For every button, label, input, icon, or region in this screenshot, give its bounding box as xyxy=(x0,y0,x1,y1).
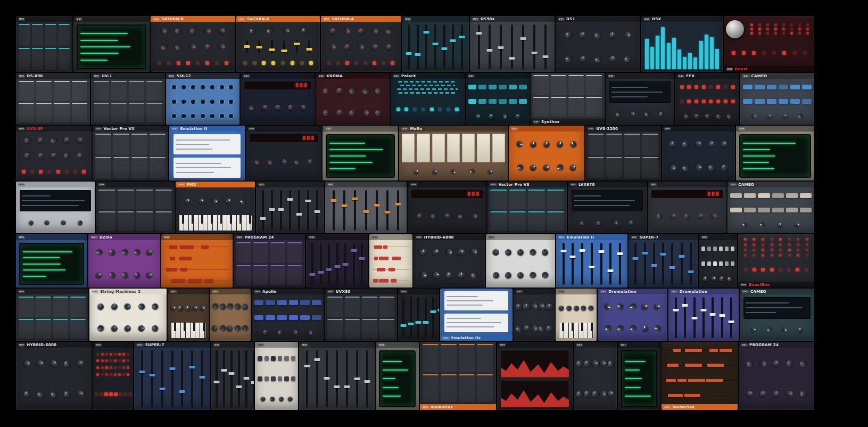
pad-button[interactable] xyxy=(258,376,262,381)
fader[interactable] xyxy=(306,350,308,407)
pad-button[interactable] xyxy=(519,99,527,104)
knob-icon[interactable] xyxy=(492,249,500,257)
knob-icon[interactable] xyxy=(773,360,780,367)
step-light-icon[interactable] xyxy=(291,61,294,65)
knob-icon[interactable] xyxy=(695,164,702,171)
knob-icon[interactable] xyxy=(198,198,205,205)
patch-jack[interactable] xyxy=(181,100,186,104)
patch-jack[interactable] xyxy=(181,114,186,118)
plugin-tile-untitled-2-3[interactable]: UVI 888 xyxy=(246,126,321,180)
knob-icon[interactable] xyxy=(357,43,365,51)
plugin-tile-ds90s[interactable]: UVI DS90s xyxy=(470,16,555,72)
pad-button[interactable] xyxy=(519,85,527,89)
knob-icon[interactable] xyxy=(629,302,637,311)
fader[interactable] xyxy=(230,350,233,407)
piano-keys[interactable] xyxy=(559,323,593,338)
fader[interactable] xyxy=(452,24,454,69)
step-light-icon[interactable] xyxy=(724,85,728,89)
plugin-tile-untitled-4-0[interactable]: UVI xyxy=(16,234,87,288)
knob-icon[interactable] xyxy=(63,359,72,368)
step-light-icon[interactable] xyxy=(716,100,720,103)
fader[interactable] xyxy=(522,24,524,69)
plugin-tile-synthox[interactable]: UVI Synthox xyxy=(531,73,605,125)
knob-icon[interactable] xyxy=(336,109,343,116)
fader[interactable] xyxy=(333,190,335,231)
fader[interactable] xyxy=(343,190,345,231)
fader[interactable] xyxy=(417,297,419,338)
seq-block[interactable] xyxy=(204,279,213,282)
plugin-tile-untitled-4-10[interactable]: UVI xyxy=(699,234,737,288)
pad-button[interactable] xyxy=(468,99,476,104)
pad-button[interactable] xyxy=(478,85,486,89)
plugin-tile-vector-pro-vx[interactable]: UVI Vector Pro VX xyxy=(93,126,168,180)
knob-icon[interactable] xyxy=(568,163,577,173)
knob-icon[interactable] xyxy=(269,396,276,403)
fader[interactable] xyxy=(600,243,602,285)
knob-icon[interactable] xyxy=(475,113,481,119)
knob-icon[interactable] xyxy=(745,389,754,398)
knob-icon[interactable] xyxy=(759,223,764,227)
step-light-icon[interactable] xyxy=(167,61,171,65)
step-light-icon[interactable] xyxy=(680,100,684,103)
seq-block[interactable] xyxy=(673,349,681,352)
plugin-tile-super-7[interactable]: UVI SUPER-7 xyxy=(629,234,698,288)
large-knob-icon[interactable] xyxy=(726,20,744,38)
knob-icon[interactable] xyxy=(492,271,500,280)
plugin-tile-untitled-3-4[interactable]: UVI xyxy=(325,182,407,233)
patch-jack[interactable] xyxy=(229,114,233,118)
plugin-tile-cameo[interactable]: UVI CAMEO xyxy=(740,73,814,125)
step-light-icon[interactable] xyxy=(309,61,313,65)
pad-button[interactable] xyxy=(743,85,753,89)
step-light-icon[interactable] xyxy=(447,108,450,111)
plugin-tile-emulation-ii[interactable]: UVI Emulation II xyxy=(169,126,245,180)
knob-icon[interactable] xyxy=(799,360,807,367)
step-light-icon[interactable] xyxy=(300,61,304,65)
knob-icon[interactable] xyxy=(615,111,622,117)
seq-block[interactable] xyxy=(377,268,385,271)
fader[interactable] xyxy=(253,350,254,407)
pad-button[interactable] xyxy=(278,376,282,381)
knob-icon[interactable] xyxy=(348,108,357,117)
knob-icon[interactable] xyxy=(580,220,585,225)
fader[interactable] xyxy=(591,243,593,285)
fader[interactable] xyxy=(353,243,355,285)
knob-icon[interactable] xyxy=(538,302,546,311)
step-light-icon[interactable] xyxy=(95,392,98,396)
plugin-tile-uvs-3200[interactable]: UVI UVS-3200 xyxy=(585,126,661,180)
knob-icon[interactable] xyxy=(226,302,234,311)
plugin-tile-cameo[interactable]: UVI CAMEO xyxy=(728,182,814,233)
knob-icon[interactable] xyxy=(564,30,573,39)
pad-button[interactable] xyxy=(258,356,262,361)
pad-button[interactable] xyxy=(291,376,295,381)
step-light-icon[interactable] xyxy=(128,392,132,396)
knob-icon[interactable] xyxy=(799,389,808,398)
pad-button[interactable] xyxy=(254,300,264,305)
pad-button[interactable] xyxy=(786,193,798,198)
step-light-icon[interactable] xyxy=(731,85,735,89)
plugin-tile-untitled-5-8[interactable]: UVI xyxy=(514,289,555,341)
knob-icon[interactable] xyxy=(385,27,393,35)
pad-button[interactable] xyxy=(312,300,321,305)
plugin-tile-vector-pro-vs[interactable]: UVI Vector Pro VS xyxy=(487,182,566,233)
fader[interactable] xyxy=(408,24,410,69)
seq-block[interactable] xyxy=(180,245,194,249)
knob-icon[interactable] xyxy=(284,28,290,34)
knob-icon[interactable] xyxy=(445,272,453,279)
knob-icon[interactable] xyxy=(361,109,369,117)
fader[interactable] xyxy=(702,297,705,338)
step-light-icon[interactable] xyxy=(732,51,735,55)
knob-icon[interactable] xyxy=(759,390,767,398)
seq-block[interactable] xyxy=(667,364,679,367)
knob-icon[interactable] xyxy=(137,302,146,311)
step-light-icon[interactable] xyxy=(119,392,122,396)
knob-icon[interactable] xyxy=(330,28,336,34)
pad-button[interactable] xyxy=(499,85,507,89)
fader[interactable] xyxy=(712,297,714,338)
knob-icon[interactable] xyxy=(76,136,84,144)
plugin-tile-untitled-3-5[interactable]: UVI 888 xyxy=(408,182,486,233)
knob-icon[interactable] xyxy=(604,324,612,333)
pad-button[interactable] xyxy=(719,261,723,266)
knob-icon[interactable] xyxy=(612,219,618,225)
step-light-icon[interactable] xyxy=(716,85,720,89)
knob-icon[interactable] xyxy=(599,390,607,398)
